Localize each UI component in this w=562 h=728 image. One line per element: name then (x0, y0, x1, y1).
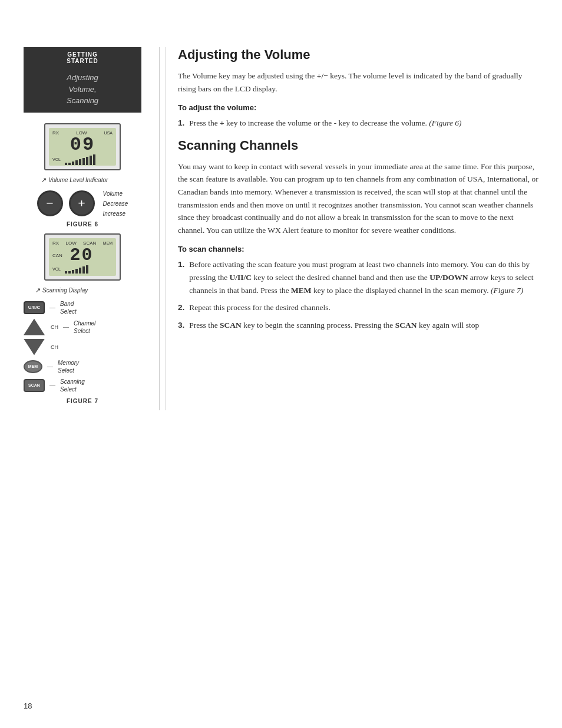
lcd-number-fig6: 09 (52, 136, 113, 154)
scan-step2-content: Repeat this process for the desired chan… (189, 301, 330, 314)
figure7-caption: Figure 7 (24, 398, 141, 404)
left-column: GETTINGSTARTED AdjustingVolume,Scanning … (24, 47, 153, 410)
lcd-display-fig7: RX LOW SCAN MEM CAN 20 VOL (44, 233, 121, 281)
mem-row: MEM — MemorySelect (24, 359, 141, 374)
ch-up-button[interactable] (24, 319, 45, 335)
scan-step3: 3. Press the SCAN key to begin the scann… (178, 319, 538, 332)
step1-num: 1. (178, 117, 184, 130)
ch-up-row: CH — ChannelSelect (24, 319, 141, 335)
can-label-f7: CAN (52, 253, 62, 258)
uic-button[interactable]: U/II/C (24, 301, 45, 314)
rx-label: RX (52, 130, 59, 136)
lcd-display-fig6: RX LOW USA 09 VOL (44, 123, 121, 170)
adjust-volume-steps: 1. Press the + key to increase the volum… (178, 117, 538, 130)
ch-down-label-ch: CH (51, 344, 58, 350)
scanning-channels-title: Scanning Channels (178, 138, 538, 153)
scan-step2: 2. Repeat this process for the desired c… (178, 301, 538, 314)
uic-label: BandSelect (60, 300, 77, 315)
volume-increase-label: Increase (103, 209, 128, 219)
lcd-number-fig7: 20 (70, 246, 93, 264)
scanning-channels-subsection: To scan channels: (178, 245, 538, 253)
ch-up-arrow: — (63, 324, 69, 330)
mem-button[interactable]: MEM (24, 360, 42, 373)
scan-step1: 1. Before activating the scan feature yo… (178, 258, 538, 297)
adjust-volume-subsection: To adjust the volume: (178, 103, 538, 112)
ch-down-button[interactable] (24, 339, 45, 355)
vol-indicator-label-row: ↗ Volume Level Indicator (41, 176, 141, 184)
volume-increase-button[interactable]: + (69, 190, 95, 216)
scanning-display-text: Scanning Display (42, 287, 88, 294)
vol-label-fig7: VOL (52, 267, 61, 271)
usa-label: USA (104, 131, 113, 135)
scanning-channels-body: You may want to keep in contact with sev… (178, 160, 538, 237)
ch-select-label: ChannelSelect (74, 319, 95, 335)
right-column: Adjusting the Volume The Volume key may … (166, 47, 538, 410)
volume-decrease-button[interactable]: − (37, 190, 63, 216)
minus-key: - (334, 118, 337, 127)
scan-step1-content: Before activating the scan feature you m… (189, 258, 538, 297)
sidebar-nav: GETTINGSTARTED AdjustingVolume,Scanning (24, 47, 141, 113)
scan-step1-num: 1. (178, 258, 184, 297)
mem-label: MemorySelect (58, 359, 79, 374)
vol-bars-fig7 (65, 265, 88, 274)
mem-arrow: — (47, 363, 53, 370)
controls-list: U/II/C — BandSelect CH — ChannelSelect C… (24, 300, 141, 393)
page-number: 18 (24, 701, 32, 710)
scan-step3-content: Press the SCAN key to begin the scanning… (189, 319, 479, 332)
uic-arrow: — (49, 304, 55, 311)
figure6-ref: (Figure 6) (429, 118, 461, 127)
sidebar-nav-active: AdjustingVolume,Scanning (25, 67, 140, 111)
ch-up-label-ch: CH (51, 324, 58, 330)
adjust-volume-body: The Volume key may be adjusted using the… (178, 70, 538, 95)
sidebar-nav-top: GETTINGSTARTED (25, 48, 140, 67)
vol-buttons-row: − + VolumeDecrease Increase (24, 189, 141, 219)
ch-down-row: CH (24, 339, 141, 355)
scanning-display-arrow: ↗ (35, 286, 41, 294)
scan-step2-num: 2. (178, 301, 184, 314)
scan-arrow: — (49, 382, 55, 388)
vol-bars-fig6 (65, 154, 95, 165)
step1-content: Press the + key to increase the volume o… (189, 117, 461, 130)
adjust-volume-step1: 1. Press the + key to increase the volum… (178, 117, 538, 130)
vol-indicator-arrow: ↗ (41, 176, 47, 184)
adjust-volume-title: Adjusting the Volume (178, 47, 538, 62)
scanning-display-label-row: ↗ Scanning Display (35, 286, 141, 294)
plus-key: + (220, 118, 224, 127)
vol-btn-labels: VolumeDecrease Increase (103, 189, 128, 219)
mem-label-f7: MEM (103, 241, 113, 245)
scan-row: SCAN — ScanningSelect (24, 378, 141, 393)
scan-label: ScanningSelect (60, 378, 85, 393)
scan-button[interactable]: SCAN (24, 379, 45, 392)
scan-step3-num: 3. (178, 319, 184, 332)
rx-label-f7: RX (52, 241, 59, 246)
vol-indicator-text: Volume Level Indicator (48, 177, 108, 183)
scanning-channels-steps: 1. Before activating the scan feature yo… (178, 258, 538, 331)
figure6-caption: Figure 6 (24, 221, 141, 228)
uic-row: U/II/C — BandSelect (24, 300, 141, 315)
column-divider (159, 47, 160, 410)
vol-label-fig6: VOL (52, 157, 61, 162)
volume-decrease-label: VolumeDecrease (103, 189, 128, 209)
